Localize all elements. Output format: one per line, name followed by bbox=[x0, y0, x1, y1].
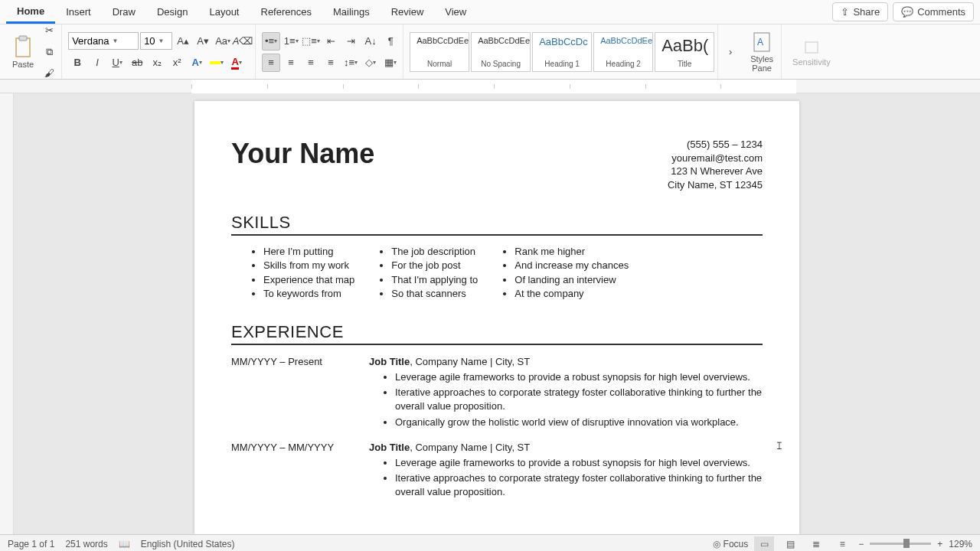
italic-button[interactable]: I bbox=[88, 54, 106, 72]
list-item: Leverage agile frameworks to provide a r… bbox=[395, 370, 763, 384]
list-item: Skills from my work bbox=[263, 259, 354, 272]
tab-home[interactable]: Home bbox=[6, 1, 55, 24]
style-heading-1[interactable]: AaBbCcDcHeading 1 bbox=[532, 32, 592, 72]
spellcheck-icon[interactable]: 📖 bbox=[119, 539, 130, 549]
list-item: That I'm applying to bbox=[391, 273, 478, 287]
comments-button[interactable]: 💬Comments bbox=[893, 2, 974, 21]
list-item: The job description bbox=[391, 245, 478, 259]
list-item: At the company bbox=[514, 287, 629, 301]
list-item: For the job post bbox=[391, 259, 478, 272]
strike-button[interactable]: ab bbox=[128, 54, 146, 72]
list-item: Experience that map bbox=[263, 273, 354, 287]
shrink-font-button[interactable]: A▾ bbox=[194, 32, 212, 51]
zoom-in-button[interactable]: + bbox=[937, 539, 942, 549]
horizontal-ruler[interactable] bbox=[0, 80, 980, 93]
share-icon: ⇧ bbox=[841, 6, 849, 18]
tab-design[interactable]: Design bbox=[146, 2, 198, 22]
styles-pane-icon: A bbox=[753, 31, 771, 53]
list-item: And increase my chances bbox=[514, 259, 629, 272]
justify-button[interactable]: ≡ bbox=[322, 54, 340, 72]
borders-button[interactable]: ▦▾ bbox=[381, 54, 400, 72]
highlight-button[interactable]: ▾ bbox=[207, 54, 226, 72]
tab-references[interactable]: References bbox=[250, 2, 322, 22]
svg-text:A: A bbox=[757, 37, 763, 47]
zoom-slider[interactable] bbox=[870, 543, 931, 545]
tab-draw[interactable]: Draw bbox=[102, 2, 146, 22]
tab-review[interactable]: Review bbox=[381, 2, 435, 22]
inc-indent-button[interactable]: ⇥ bbox=[341, 32, 360, 51]
zoom-level[interactable]: 129% bbox=[949, 539, 972, 549]
section-experience: EXPERIENCE bbox=[231, 322, 763, 345]
list-item: Of landing an interview bbox=[514, 273, 629, 287]
font-size-select[interactable]: 10▼ bbox=[140, 32, 172, 50]
svg-rect-0 bbox=[16, 38, 30, 57]
zoom-out-button[interactable]: − bbox=[858, 539, 864, 549]
grow-font-button[interactable]: A▴ bbox=[174, 32, 192, 51]
skills-columns: Here I'm puttingSkills from my workExper… bbox=[231, 245, 763, 301]
menu-tabs: Home Insert Draw Design Layout Reference… bbox=[0, 0, 980, 24]
style-normal[interactable]: AaBbCcDdEeNormal bbox=[410, 32, 469, 72]
tab-view[interactable]: View bbox=[434, 2, 477, 22]
list-item: Leverage agile frameworks to provide a r… bbox=[395, 456, 763, 470]
style-heading-2[interactable]: AaBbCcDdEeHeading 2 bbox=[593, 32, 653, 72]
tab-layout[interactable]: Layout bbox=[198, 2, 250, 22]
resume-name: Your Name bbox=[231, 138, 374, 170]
underline-button[interactable]: U▾ bbox=[108, 54, 126, 72]
style-title[interactable]: AaBb(Title bbox=[655, 32, 714, 72]
sensitivity-button[interactable]: Sensitivity bbox=[788, 37, 835, 67]
svg-rect-4 bbox=[805, 42, 818, 53]
numbering-button[interactable]: 1≡▾ bbox=[282, 32, 300, 51]
bold-button[interactable]: B bbox=[68, 54, 87, 72]
ribbon: Paste ✂ ⧉ 🖌 Verdana▼ 10▼ A▴ A▾ Aa▾ A⌫ B … bbox=[0, 24, 980, 80]
styles-gallery: AaBbCcDdEeNormalAaBbCcDdEeNo SpacingAaBb… bbox=[407, 24, 718, 79]
date-range: MM/YYYY – Present bbox=[231, 356, 346, 431]
language-indicator[interactable]: English (United States) bbox=[141, 539, 235, 549]
tab-mailings[interactable]: Mailings bbox=[322, 2, 381, 22]
svg-rect-1 bbox=[19, 36, 27, 41]
contact-block: (555) 555 – 1234youremail@test.com123 N … bbox=[668, 138, 763, 191]
text-cursor: 𝙸 bbox=[776, 439, 776, 452]
word-count[interactable]: 251 words bbox=[65, 539, 107, 549]
styles-more-button[interactable]: › bbox=[721, 43, 740, 61]
share-button[interactable]: ⇧Share bbox=[832, 2, 888, 21]
superscript-button[interactable]: x² bbox=[168, 54, 186, 72]
list-item: To keywords from bbox=[263, 287, 354, 301]
shading-button[interactable]: ◇▾ bbox=[361, 54, 380, 72]
clear-format-button[interactable]: A⌫ bbox=[234, 32, 252, 51]
list-item: Rank me higher bbox=[514, 245, 629, 259]
page[interactable]: Your Name (555) 555 – 1234youremail@test… bbox=[194, 101, 799, 534]
sort-button[interactable]: A↓ bbox=[361, 32, 380, 51]
font-name-select[interactable]: Verdana▼ bbox=[68, 32, 139, 50]
list-item: Iterative approaches to corporate strate… bbox=[395, 386, 763, 413]
paragraph-marks-button[interactable]: ¶ bbox=[381, 32, 400, 51]
subscript-button[interactable]: x₂ bbox=[148, 54, 166, 72]
page-indicator[interactable]: Page 1 of 1 bbox=[8, 539, 54, 549]
line-spacing-button[interactable]: ↕≡▾ bbox=[341, 54, 360, 72]
list-item: Here I'm putting bbox=[263, 245, 354, 259]
bullets-button[interactable]: •≡▾ bbox=[262, 32, 280, 51]
align-right-button[interactable]: ≡ bbox=[302, 54, 320, 72]
font-color-button[interactable]: A▾ bbox=[227, 54, 246, 72]
text-effects-button[interactable]: A▾ bbox=[188, 54, 206, 72]
outline-view[interactable]: ≣ bbox=[806, 536, 826, 552]
list-item: So that scanners bbox=[391, 287, 478, 301]
style-no-spacing[interactable]: AaBbCcDdEeNo Spacing bbox=[471, 32, 531, 72]
copy-button[interactable]: ⧉ bbox=[40, 43, 58, 61]
web-layout-view[interactable]: ▤ bbox=[780, 536, 800, 552]
clipboard-icon bbox=[13, 35, 33, 58]
align-left-button[interactable]: ≡ bbox=[262, 54, 280, 72]
change-case-button[interactable]: Aa▾ bbox=[214, 32, 232, 51]
paste-button[interactable]: Paste bbox=[8, 35, 38, 69]
section-skills: SKILLS bbox=[231, 213, 763, 236]
dec-indent-button[interactable]: ⇤ bbox=[322, 32, 340, 51]
multilevel-button[interactable]: ⬚≡▾ bbox=[302, 32, 320, 51]
cut-button[interactable]: ✂ bbox=[40, 21, 58, 40]
experience-entry: MM/YYYY – MM/YYYYJob Title, Company Name… bbox=[231, 442, 763, 501]
align-center-button[interactable]: ≡ bbox=[282, 54, 300, 72]
focus-mode-button[interactable]: ◎ Focus bbox=[713, 539, 748, 549]
print-layout-view[interactable]: ▭ bbox=[754, 536, 774, 552]
vertical-ruler[interactable] bbox=[0, 93, 14, 534]
tab-insert[interactable]: Insert bbox=[55, 2, 102, 22]
styles-pane-button[interactable]: A Styles Pane bbox=[746, 31, 778, 73]
draft-view[interactable]: ≡ bbox=[832, 536, 852, 552]
